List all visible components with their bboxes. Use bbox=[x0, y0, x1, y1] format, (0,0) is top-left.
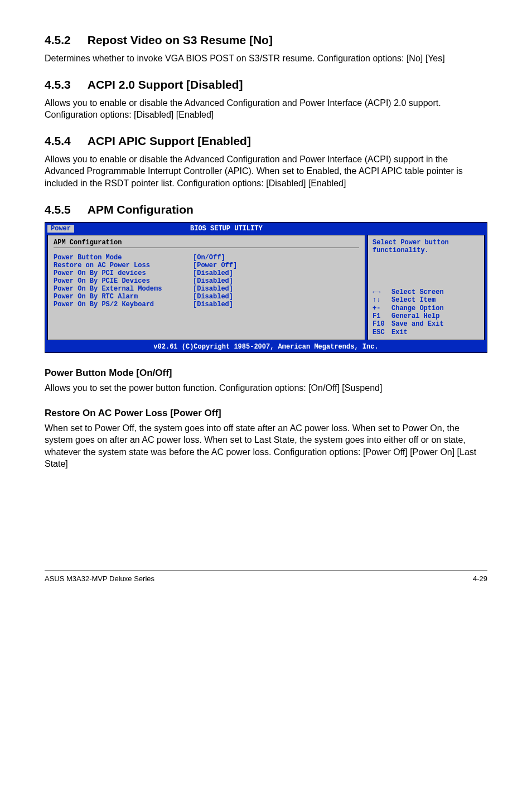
section-title: ACPI APIC Support [Enabled] bbox=[88, 134, 251, 148]
section-number: 4.5.2 bbox=[45, 33, 71, 47]
section-body-454: Allows you to enable or disable the Adva… bbox=[45, 153, 487, 190]
bios-row: Power On By PCI devices [Disabled] bbox=[54, 269, 359, 277]
page-footer: ASUS M3A32-MVP Deluxe Series 4-29 bbox=[45, 571, 487, 583]
bios-header-spacer: Power bbox=[45, 225, 157, 233]
bios-key-action: Select Item bbox=[391, 296, 436, 304]
bios-row-value: [Power Off] bbox=[193, 262, 237, 269]
bios-row-value: [Disabled] bbox=[193, 301, 233, 308]
section-title: APM Configuration bbox=[88, 203, 194, 216]
section-title: Repost Video on S3 Resume [No] bbox=[88, 33, 273, 47]
bios-key-action: General Help bbox=[391, 312, 439, 320]
bios-tab-power: Power bbox=[47, 225, 74, 233]
bios-key-row: F10 Save and Exit bbox=[373, 320, 480, 328]
bios-main: APM Configuration Power Button Mode [On/… bbox=[45, 233, 487, 342]
bios-row: Restore on AC Power Loss [Power Off] bbox=[54, 262, 359, 269]
bios-key-row: ESC Exit bbox=[373, 328, 480, 336]
section-heading-452: 4.5.2 Repost Video on S3 Resume [No] bbox=[45, 33, 487, 47]
bios-row: Power On By PS/2 Keyboard [Disabled] bbox=[54, 301, 359, 308]
plusminus-icon: +- bbox=[373, 305, 391, 312]
bios-right-panel: Select Power button functionality. ←→ Se… bbox=[367, 235, 485, 340]
bios-row: Power Button Mode [On/Off] bbox=[54, 254, 359, 262]
bios-key-action: Select Screen bbox=[391, 288, 444, 296]
subheading-restore-ac: Restore On AC Power Loss [Power Off] bbox=[45, 408, 487, 419]
bios-row-label: Power On By RTC Alarm bbox=[54, 293, 193, 301]
bios-row-value: [Disabled] bbox=[193, 269, 233, 277]
sub-body-power-button-mode: Allows you to set the power button funct… bbox=[45, 382, 487, 394]
bios-row-label: Power On By PCI devices bbox=[54, 269, 193, 277]
section-heading-454: 4.5.4 ACPI APIC Support [Enabled] bbox=[45, 134, 487, 148]
f10-key-icon: F10 bbox=[373, 320, 391, 328]
bios-header-row: Power BIOS SETUP UTILITY bbox=[45, 223, 487, 233]
bios-row-label: Power Button Mode bbox=[54, 254, 193, 262]
bios-row-value: [Disabled] bbox=[193, 293, 233, 301]
section-body-453: Allows you to enable or disable the Adva… bbox=[45, 97, 487, 121]
arrows-ud-icon: ↑↓ bbox=[373, 296, 391, 304]
subheading-power-button-mode: Power Button Mode [On/Off] bbox=[45, 368, 487, 379]
bios-footer: v02.61 (C)Copyright 1985-2007, American … bbox=[45, 342, 487, 352]
bios-header-title: BIOS SETUP UTILITY bbox=[190, 225, 263, 233]
section-title: ACPI 2.0 Support [Disabled] bbox=[88, 78, 243, 91]
section-body-452: Determines whether to invoke VGA BIOS PO… bbox=[45, 52, 487, 65]
bios-row: Power On By RTC Alarm [Disabled] bbox=[54, 293, 359, 301]
bios-left-panel: APM Configuration Power Button Mode [On/… bbox=[47, 235, 365, 340]
bios-row-value: [Disabled] bbox=[193, 285, 233, 293]
arrows-lr-icon: ←→ bbox=[373, 288, 391, 296]
bios-row: Power On By External Modems [Disabled] bbox=[54, 285, 359, 293]
bios-screenshot: Power BIOS SETUP UTILITY APM Configurati… bbox=[45, 222, 487, 354]
bios-row-value: [On/Off] bbox=[193, 254, 225, 262]
footer-right: 4-29 bbox=[473, 574, 487, 583]
bios-row-label: Power On By External Modems bbox=[54, 285, 193, 293]
bios-row-label: Power On By PCIE Devices bbox=[54, 277, 193, 285]
bios-rows: Power Button Mode [On/Off] Restore on AC… bbox=[54, 254, 359, 308]
section-number: 4.5.5 bbox=[45, 203, 71, 216]
section-heading-453: 4.5.3 ACPI 2.0 Support [Disabled] bbox=[45, 78, 487, 91]
bios-row-label: Restore on AC Power Loss bbox=[54, 262, 193, 269]
bios-key-row: F1 General Help bbox=[373, 312, 480, 320]
bios-row-value: [Disabled] bbox=[193, 277, 233, 285]
bios-key-action: Change Option bbox=[391, 305, 444, 312]
bios-config-title: APM Configuration bbox=[54, 239, 359, 248]
bios-hint: Select Power button functionality. bbox=[373, 239, 480, 255]
footer-left: ASUS M3A32-MVP Deluxe Series bbox=[45, 574, 154, 583]
bios-row: Power On By PCIE Devices [Disabled] bbox=[54, 277, 359, 285]
bios-key-row: ←→ Select Screen bbox=[373, 288, 480, 296]
sub-body-restore-ac: When set to Power Off, the system goes i… bbox=[45, 422, 487, 470]
esc-key-icon: ESC bbox=[373, 328, 391, 336]
section-heading-455: 4.5.5 APM Configuration bbox=[45, 203, 487, 216]
bios-row-label: Power On By PS/2 Keyboard bbox=[54, 301, 193, 308]
section-number: 4.5.3 bbox=[45, 78, 71, 91]
bios-keys: ←→ Select Screen ↑↓ Select Item +- Chang… bbox=[373, 288, 480, 336]
f1-key-icon: F1 bbox=[373, 312, 391, 320]
bios-key-action: Exit bbox=[391, 328, 408, 336]
bios-key-row: ↑↓ Select Item bbox=[373, 296, 480, 304]
bios-key-row: +- Change Option bbox=[373, 305, 480, 312]
section-number: 4.5.4 bbox=[45, 134, 71, 148]
bios-key-action: Save and Exit bbox=[391, 320, 444, 328]
